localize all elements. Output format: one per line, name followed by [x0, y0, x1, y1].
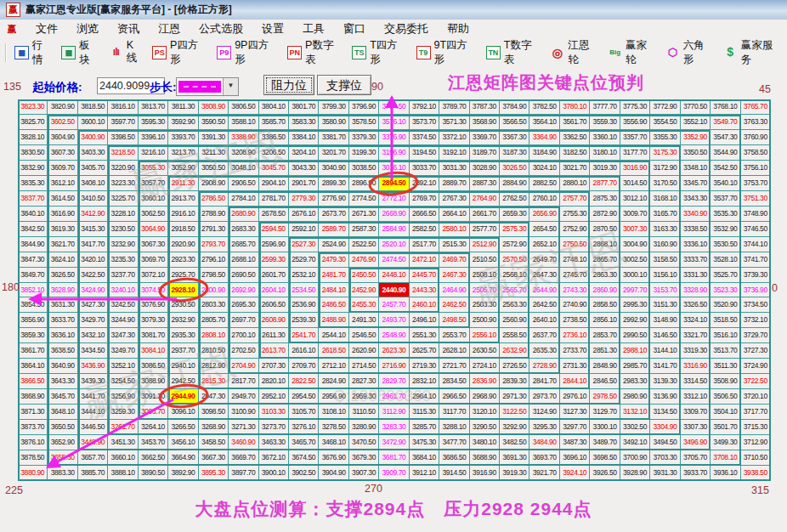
gann-cell[interactable]: 3559.30 [590, 115, 620, 130]
gann-cell[interactable]: 3919.30 [500, 466, 529, 481]
menu-工具[interactable]: 工具 [293, 20, 334, 38]
gann-cell[interactable]: 2834.50 [439, 374, 469, 389]
gann-cell[interactable]: 2553.70 [439, 328, 469, 343]
gann-cell[interactable]: 2527.30 [289, 237, 319, 252]
gann-cell[interactable]: 3895.30 [199, 466, 229, 481]
gann-cell[interactable]: 3384.10 [289, 130, 319, 145]
gann-cell[interactable]: 3492.10 [620, 435, 650, 450]
gann-cell[interactable]: 2510.50 [470, 252, 500, 268]
gann-cell[interactable]: 3549.70 [711, 115, 740, 130]
toolbar-item-P数字表[interactable]: PNP数字表 [287, 38, 343, 67]
gann-cell[interactable]: 3525.70 [711, 268, 740, 283]
gann-cell[interactable]: 3578.50 [349, 115, 379, 130]
gann-cell[interactable]: 3792.10 [410, 99, 439, 115]
gann-cell[interactable]: 2628.10 [439, 343, 469, 359]
gann-cell[interactable]: 2817.70 [229, 374, 258, 389]
gann-cell[interactable]: 3897.70 [229, 466, 258, 481]
gann-cell[interactable]: 3796.90 [349, 99, 379, 115]
gann-cell[interactable]: 3060.10 [139, 191, 168, 207]
gann-cell[interactable]: 2640.10 [529, 313, 559, 328]
menu-帮助[interactable]: 帮助 [438, 20, 478, 38]
gann-cell[interactable]: 3184.90 [529, 145, 559, 161]
gann-cell[interactable]: 2911.30 [168, 176, 198, 191]
gann-cell[interactable]: 3489.70 [590, 435, 620, 450]
gann-cell[interactable]: 2846.50 [590, 374, 620, 389]
gann-cell[interactable]: 2875.30 [590, 191, 620, 207]
gann-cell[interactable]: 2983.30 [620, 374, 650, 389]
gann-cell[interactable]: 3456.10 [168, 435, 198, 450]
gann-cell[interactable]: 3688.90 [470, 450, 500, 466]
gann-cell[interactable]: 3098.50 [199, 405, 229, 420]
gann-cell[interactable]: 3736.90 [741, 283, 771, 298]
gann-cell[interactable]: 3938.50 [741, 466, 771, 481]
gann-cell[interactable]: 2740.90 [560, 297, 590, 313]
gann-cell[interactable]: 3708.10 [711, 450, 740, 466]
gann-cell[interactable]: 3194.50 [410, 145, 439, 161]
gann-cell[interactable]: 2968.90 [470, 389, 500, 405]
gann-cell[interactable]: 3189.70 [470, 145, 500, 161]
gann-cell[interactable]: 3837.70 [18, 191, 48, 207]
gann-cell[interactable]: 2587.30 [349, 222, 379, 237]
gann-cell[interactable]: 3794.50 [379, 99, 409, 115]
gann-cell[interactable]: 2536.90 [289, 297, 319, 313]
gann-cell[interactable]: 3124.90 [529, 405, 559, 420]
gann-cell[interactable]: 3165.70 [650, 207, 680, 222]
gann-cell[interactable]: 2577.70 [470, 222, 500, 237]
gann-cell[interactable]: 3561.70 [560, 115, 590, 130]
gann-cell[interactable]: 3585.70 [259, 115, 289, 130]
gann-cell[interactable]: 3528.10 [711, 252, 740, 268]
gann-cell[interactable]: 3520.90 [711, 297, 740, 313]
gann-cell[interactable]: 3907.30 [349, 466, 379, 481]
gann-cell[interactable]: 3595.30 [139, 115, 168, 130]
gann-cell[interactable]: 3840.10 [18, 207, 48, 222]
toolbar-item-赢家服务[interactable]: $赢家服务 [723, 38, 783, 67]
gann-cell[interactable]: 3900.10 [259, 466, 289, 481]
gann-cell[interactable]: 2515.30 [439, 237, 469, 252]
gann-cell[interactable]: 2488.90 [319, 313, 348, 328]
gann-cell[interactable]: 2469.70 [439, 252, 469, 268]
gann-cell[interactable]: 3400.90 [78, 130, 108, 145]
gann-cell[interactable]: 3756.10 [741, 161, 771, 176]
gann-cell[interactable]: 3014.50 [620, 176, 650, 191]
gann-cell[interactable]: 3516.10 [711, 328, 740, 343]
gann-cell[interactable]: 3616.90 [48, 207, 77, 222]
gann-cell[interactable]: 3074.50 [139, 283, 168, 298]
gann-cell[interactable]: 3340.90 [681, 207, 711, 222]
gann-cell[interactable]: 3436.90 [78, 359, 108, 374]
gann-cell[interactable]: 3434.50 [78, 343, 108, 359]
gann-cell[interactable]: 3139.30 [650, 374, 680, 389]
gann-cell[interactable]: 3626.50 [48, 268, 77, 283]
gann-cell[interactable]: 3746.50 [741, 222, 771, 237]
gann-cell[interactable]: 3403.30 [78, 145, 108, 161]
gann-cell[interactable]: 2570.50 [500, 252, 529, 268]
gann-cell[interactable]: 3597.70 [108, 115, 138, 130]
gann-cell[interactable]: 3199.30 [349, 145, 379, 161]
gann-cell[interactable]: 2498.50 [439, 313, 469, 328]
gann-cell[interactable]: 3412.90 [78, 207, 108, 222]
gann-cell[interactable]: 2820.10 [259, 374, 289, 389]
gann-cell[interactable]: 2733.70 [560, 343, 590, 359]
gann-cell[interactable]: 3662.50 [139, 450, 168, 466]
gann-cell[interactable]: 3849.70 [18, 268, 48, 283]
gann-cell[interactable]: 2692.90 [229, 283, 258, 298]
gann-cell[interactable]: 2748.10 [560, 252, 590, 268]
gann-cell[interactable]: 3470.50 [349, 435, 379, 450]
gann-cell[interactable]: 3823.30 [18, 99, 48, 115]
gann-cell[interactable]: 2608.90 [259, 313, 289, 328]
gann-cell[interactable]: 3672.10 [259, 450, 289, 466]
gann-cell[interactable]: 3789.70 [439, 99, 469, 115]
gann-cell[interactable]: 3741.70 [741, 252, 771, 268]
gann-cell[interactable]: 3009.70 [620, 207, 650, 222]
gann-cell[interactable]: 3177.70 [620, 145, 650, 161]
gann-cell[interactable]: 3583.30 [289, 115, 319, 130]
gann-cell[interactable]: 3904.90 [319, 466, 348, 481]
gann-cell[interactable]: 3120.10 [470, 405, 500, 420]
gann-cell[interactable]: 3271.30 [229, 420, 258, 435]
gann-cell[interactable]: 2947.30 [199, 389, 229, 405]
gann-cell[interactable]: 2544.10 [319, 328, 348, 343]
gann-cell[interactable]: 2685.70 [229, 237, 258, 252]
gann-cell[interactable]: 2654.50 [529, 222, 559, 237]
gann-cell[interactable]: 3717.70 [741, 405, 771, 420]
gann-cell[interactable]: 3484.90 [529, 435, 559, 450]
gann-cell[interactable]: 3364.90 [529, 130, 559, 145]
